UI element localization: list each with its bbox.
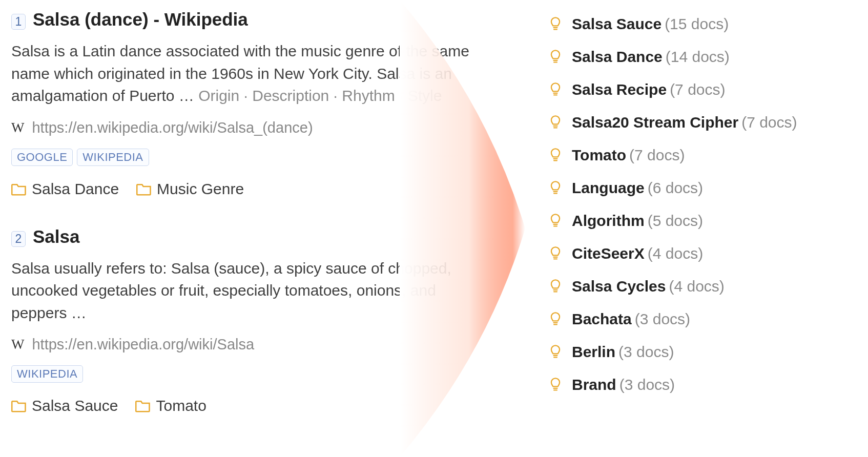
concept-count: (3 docs) <box>619 376 675 393</box>
concept-label: Salsa Cycles <box>572 278 666 295</box>
concept-count: (4 docs) <box>669 278 724 295</box>
result-url[interactable]: https://en.wikipedia.org/wiki/Salsa_(dan… <box>32 119 313 136</box>
concept-item[interactable]: Salsa Sauce(15 docs) <box>548 15 856 33</box>
concept-item[interactable]: Salsa Cycles(4 docs) <box>548 278 856 295</box>
source-tag-wikipedia[interactable]: WIKIPEDIA <box>77 149 149 166</box>
concept-item[interactable]: Berlin(3 docs) <box>548 343 856 361</box>
result-title-row: 2 Salsa <box>11 226 492 247</box>
concept-count: (7 docs) <box>670 81 725 98</box>
source-tags: WIKIPEDIA <box>11 365 492 383</box>
concept-count: (7 docs) <box>741 114 797 131</box>
source-tag-google[interactable]: GOOGLE <box>11 149 73 166</box>
source-tag-wikipedia[interactable]: WIKIPEDIA <box>11 365 83 383</box>
wikipedia-icon: W <box>11 337 24 352</box>
search-results: 1 Salsa (dance) - Wikipedia Salsa is a L… <box>0 0 502 457</box>
concept-count: (4 docs) <box>648 245 703 262</box>
lightbulb-icon <box>548 344 563 360</box>
lightbulb-icon <box>548 213 563 228</box>
concept-label: Tomato <box>572 147 626 163</box>
concept-item[interactable]: Tomato(7 docs) <box>548 147 856 164</box>
concept-count: (15 docs) <box>665 15 729 32</box>
folder-label: Tomato <box>156 397 206 414</box>
concept-item[interactable]: Salsa Recipe(7 docs) <box>548 81 856 98</box>
concept-count: (14 docs) <box>666 48 730 65</box>
concept-label: Salsa20 Stream Cipher <box>572 114 738 131</box>
concept-item[interactable]: Salsa20 Stream Cipher(7 docs) <box>548 114 856 131</box>
folder-item[interactable]: Salsa Dance <box>11 180 119 198</box>
lightbulb-icon <box>548 311 563 327</box>
concept-label: Salsa Recipe <box>572 81 667 98</box>
snippet-sections: Origin · Description · Rhythm · Style <box>198 87 442 104</box>
result-snippet: Salsa is a Latin dance associated with t… <box>11 40 492 107</box>
concept-label: Salsa Sauce <box>572 15 662 32</box>
folder-icon <box>136 182 152 196</box>
concept-count: (6 docs) <box>648 179 703 196</box>
concept-label: CiteSeerX <box>572 245 645 262</box>
folder-item[interactable]: Tomato <box>135 397 206 414</box>
concept-label: Berlin <box>572 343 615 360</box>
concept-item[interactable]: Brand(3 docs) <box>548 376 856 393</box>
folder-icon <box>135 399 151 412</box>
result-folders: Salsa Sauce Tomato <box>11 397 492 414</box>
lightbulb-icon <box>548 115 563 130</box>
result-rank-badge: 2 <box>11 231 26 247</box>
lightbulb-icon <box>548 246 563 261</box>
result-url-row: W https://en.wikipedia.org/wiki/Salsa_(d… <box>11 119 492 136</box>
folder-label: Salsa Dance <box>32 180 119 198</box>
folder-label: Salsa Sauce <box>32 397 118 414</box>
concept-item[interactable]: Bachata(3 docs) <box>548 310 856 328</box>
concept-item[interactable]: Language(6 docs) <box>548 179 856 197</box>
lightbulb-icon <box>548 16 563 32</box>
concept-label: Brand <box>572 376 616 393</box>
result-title-row: 1 Salsa (dance) - Wikipedia <box>11 9 492 30</box>
source-tags: GOOGLE WIKIPEDIA <box>11 149 492 166</box>
concept-label: Bachata <box>572 310 632 327</box>
concept-count: (3 docs) <box>635 310 690 327</box>
lightbulb-icon <box>548 49 563 65</box>
snippet-text: Salsa usually refers to: Salsa (sauce), … <box>11 260 451 321</box>
result-title[interactable]: Salsa <box>33 226 79 247</box>
folder-item[interactable]: Salsa Sauce <box>11 397 118 414</box>
concept-item[interactable]: CiteSeerX(4 docs) <box>548 245 856 262</box>
result-url-row: W https://en.wikipedia.org/wiki/Salsa <box>11 336 492 353</box>
lightbulb-icon <box>548 180 563 196</box>
concept-count: (7 docs) <box>629 147 685 163</box>
lightbulb-icon <box>548 148 563 163</box>
concept-count: (5 docs) <box>648 212 703 229</box>
concept-item[interactable]: Salsa Dance(14 docs) <box>548 48 856 66</box>
concept-label: Salsa Dance <box>572 48 663 65</box>
result-snippet: Salsa usually refers to: Salsa (sauce), … <box>11 257 492 324</box>
folder-icon <box>11 399 27 412</box>
result-title[interactable]: Salsa (dance) - Wikipedia <box>33 9 248 30</box>
concept-count: (3 docs) <box>618 343 674 360</box>
lightbulb-icon <box>548 279 563 294</box>
concept-item[interactable]: Algorithm(5 docs) <box>548 212 856 230</box>
concept-list: Salsa Sauce(15 docs) Salsa Dance(14 docs… <box>548 15 856 409</box>
folder-item[interactable]: Music Genre <box>136 180 244 198</box>
lightbulb-icon <box>548 82 563 97</box>
concept-label: Algorithm <box>572 212 645 229</box>
wikipedia-icon: W <box>11 120 24 136</box>
search-result: 2 Salsa Salsa usually refers to: Salsa (… <box>11 226 492 415</box>
result-rank-badge: 1 <box>11 14 26 30</box>
lightbulb-icon <box>548 377 563 392</box>
result-folders: Salsa Dance Music Genre <box>11 180 492 198</box>
concept-label: Language <box>572 179 645 196</box>
folder-label: Music Genre <box>157 180 244 198</box>
search-result: 1 Salsa (dance) - Wikipedia Salsa is a L… <box>11 9 492 198</box>
result-url[interactable]: https://en.wikipedia.org/wiki/Salsa <box>32 336 254 353</box>
folder-icon <box>11 182 27 196</box>
